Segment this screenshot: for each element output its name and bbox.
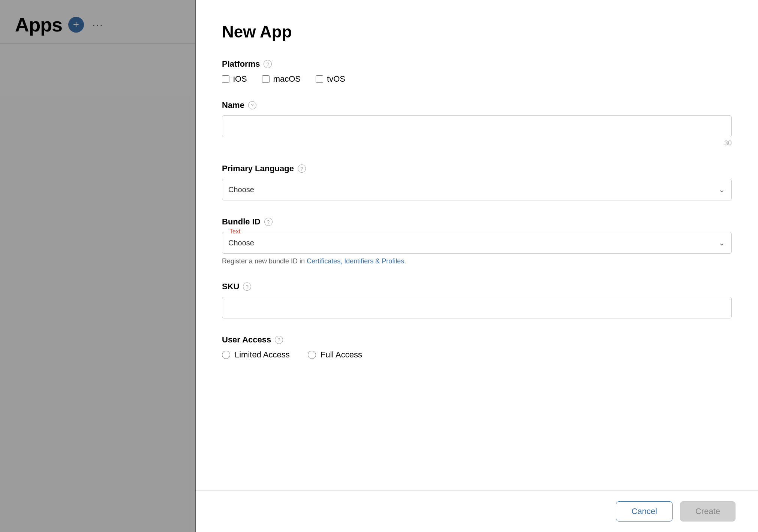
modal-footer: Cancel Create bbox=[196, 490, 758, 532]
macos-checkbox-item[interactable]: macOS bbox=[262, 74, 301, 84]
user-access-label: User Access bbox=[222, 335, 271, 345]
sku-section: SKU ? bbox=[222, 282, 732, 318]
limited-access-radio[interactable] bbox=[222, 351, 230, 359]
primary-language-label-row: Primary Language ? bbox=[222, 164, 732, 173]
bundle-id-select-wrapper: Choose ⌄ bbox=[222, 232, 732, 254]
primary-language-select[interactable]: Choose bbox=[222, 179, 732, 200]
name-section: Name ? 30 bbox=[222, 100, 732, 147]
limited-access-radio-item[interactable]: Limited Access bbox=[222, 350, 290, 360]
bundle-register-text: Register a new bundle ID in Certificates… bbox=[222, 257, 732, 265]
bundle-register-suffix: . bbox=[404, 257, 406, 265]
bundle-id-help-icon[interactable]: ? bbox=[264, 218, 273, 226]
name-label: Name bbox=[222, 100, 244, 110]
modal-body: New App Platforms ? iOS macOS tvOS bbox=[196, 0, 758, 490]
platforms-section: Platforms ? iOS macOS tvOS bbox=[222, 59, 732, 84]
limited-access-label: Limited Access bbox=[235, 350, 290, 360]
tvos-checkbox[interactable] bbox=[316, 75, 323, 83]
ios-label: iOS bbox=[233, 74, 247, 84]
bundle-id-label: Bundle ID bbox=[222, 217, 261, 227]
sku-input[interactable] bbox=[222, 297, 732, 318]
user-access-help-icon[interactable]: ? bbox=[275, 336, 283, 344]
full-access-label: Full Access bbox=[321, 350, 362, 360]
cancel-button[interactable]: Cancel bbox=[616, 501, 672, 522]
bundle-id-select[interactable]: Choose bbox=[222, 232, 732, 254]
name-label-row: Name ? bbox=[222, 100, 732, 110]
primary-language-select-wrapper: Choose ⌄ bbox=[222, 179, 732, 200]
macos-checkbox[interactable] bbox=[262, 75, 270, 83]
primary-language-section: Primary Language ? Choose ⌄ bbox=[222, 164, 732, 200]
sku-help-icon[interactable]: ? bbox=[243, 282, 251, 291]
sku-label: SKU bbox=[222, 282, 239, 291]
user-access-radios: Limited Access Full Access bbox=[222, 350, 732, 360]
platforms-help-icon[interactable]: ? bbox=[264, 60, 272, 68]
platforms-label-row: Platforms ? bbox=[222, 59, 732, 69]
user-access-label-row: User Access ? bbox=[222, 335, 732, 345]
name-input[interactable] bbox=[222, 115, 732, 137]
bundle-id-section: Bundle ID ? Text Choose ⌄ Register a new… bbox=[222, 217, 732, 265]
tvos-label: tvOS bbox=[327, 74, 345, 84]
name-help-icon[interactable]: ? bbox=[248, 101, 256, 109]
new-app-modal: New App Platforms ? iOS macOS tvOS bbox=[196, 0, 758, 532]
full-access-radio[interactable] bbox=[308, 351, 316, 359]
platforms-checkboxes: iOS macOS tvOS bbox=[222, 74, 732, 84]
bundle-id-label-row: Bundle ID ? bbox=[222, 217, 732, 227]
name-char-count: 30 bbox=[222, 139, 732, 147]
sku-label-row: SKU ? bbox=[222, 282, 732, 291]
bundle-register-prefix: Register a new bundle ID in bbox=[222, 257, 307, 265]
platforms-label: Platforms bbox=[222, 59, 260, 69]
bundle-register-link[interactable]: Certificates, Identifiers & Profiles bbox=[307, 257, 404, 265]
ios-checkbox-item[interactable]: iOS bbox=[222, 74, 247, 84]
ios-checkbox[interactable] bbox=[222, 75, 229, 83]
primary-language-help-icon[interactable]: ? bbox=[298, 164, 306, 173]
full-access-radio-item[interactable]: Full Access bbox=[308, 350, 362, 360]
user-access-section: User Access ? Limited Access Full Access bbox=[222, 335, 732, 360]
bundle-id-select-container: Text Choose ⌄ bbox=[222, 232, 732, 254]
primary-language-label: Primary Language bbox=[222, 164, 294, 173]
tvos-checkbox-item[interactable]: tvOS bbox=[316, 74, 345, 84]
macos-label: macOS bbox=[273, 74, 301, 84]
create-button[interactable]: Create bbox=[680, 501, 736, 522]
modal-title: New App bbox=[222, 22, 732, 41]
